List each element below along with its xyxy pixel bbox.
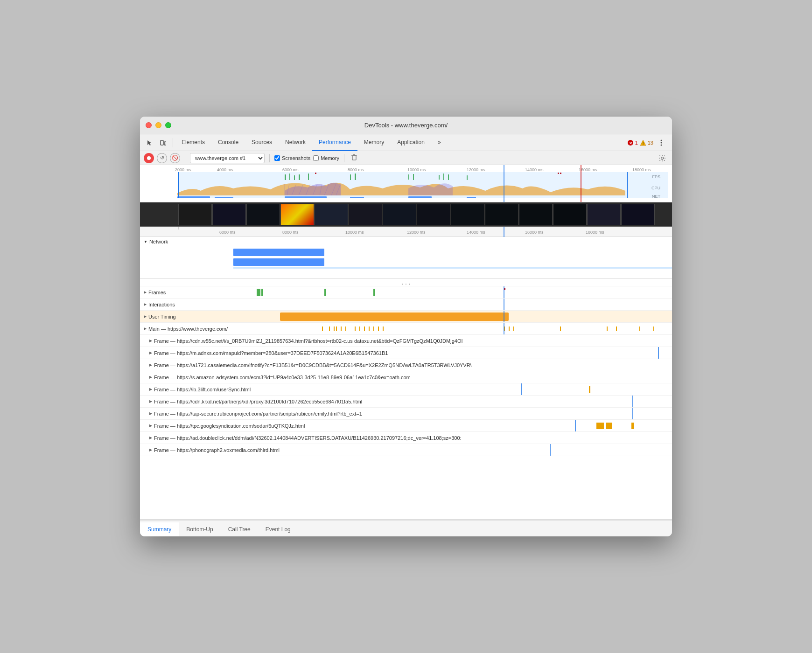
tab-more[interactable]: » [431,134,448,151]
track-row-frame2[interactable]: ▶ Frame — https://m.adnxs.com/mapuid?mem… [140,347,672,359]
svg-text:14000 ms: 14000 ms [525,167,544,172]
svg-rect-102 [596,423,604,429]
svg-rect-91 [639,326,640,331]
tab-summary[interactable]: Summary [140,522,179,536]
track-row-frame9[interactable]: ▶ Frame — https://ad.doubleclick.net/ddm… [140,432,672,444]
track-content-frame9 [462,432,672,444]
memory-checkbox-label[interactable]: Memory [313,155,339,161]
track-label-main: ▶ Main — https://www.theverge.com/ [140,326,233,332]
track-label-interactions: ▶ Interactions [140,302,233,307]
svg-text:!: ! [642,141,644,146]
triangle-icon: ▶ [149,339,152,343]
screenshot-thumb[interactable] [417,204,450,225]
svg-rect-60 [233,249,324,256]
minimize-button[interactable] [155,122,161,128]
svg-point-13 [661,157,664,159]
traffic-lights [146,122,171,128]
svg-rect-84 [383,326,384,331]
tab-memory[interactable]: Memory [357,134,391,151]
screenshot-thumb[interactable] [246,204,280,225]
tab-performance[interactable]: Performance [312,134,357,151]
svg-rect-78 [355,326,356,331]
close-button[interactable] [146,122,152,128]
screenshot-thumb[interactable] [315,204,348,225]
svg-text:6000 ms: 6000 ms [219,230,236,235]
track-row-frame3[interactable]: ▶ Frame — https://a1721.casalemedia.com/… [140,359,672,371]
svg-text:16000 ms: 16000 ms [579,167,597,172]
clear-button[interactable]: 🚫 [170,153,180,163]
screenshots-checkbox[interactable] [274,155,280,161]
devtools-menu-icon[interactable] [655,137,667,149]
screenshot-thumb[interactable] [280,204,314,225]
timeline-overview-svg: 2000 ms 4000 ms 6000 ms 8000 ms 10000 ms… [140,165,672,202]
maximize-button[interactable] [165,122,171,128]
track-content-frames [233,286,672,298]
track-label-frames: ▶ Frames [140,290,233,295]
screenshot-thumb[interactable] [212,204,246,225]
screenshots-strip [140,202,672,227]
track-row-interactions[interactable]: ▶ Interactions [140,299,672,311]
track-label-user-timing: ▶ User Timing [140,314,233,320]
track-label-frame6: ▶ Frame — https://cdn.krxd.net/partnerjs… [140,399,362,404]
triangle-icon: ▶ [144,326,147,331]
screenshots-checkbox-label[interactable]: Screenshots [274,155,310,161]
reload-record-button[interactable]: ↺ [157,153,167,163]
track-label-frame8: ▶ Frame — https://tpc.googlesyndication.… [140,423,305,429]
record-button[interactable] [144,153,154,163]
tab-network[interactable]: Network [279,134,312,151]
screenshot-thumb[interactable] [349,204,382,225]
tracks-section: ▶ Frames ▶ Interactions [140,286,672,520]
tab-console[interactable]: Console [211,134,245,151]
track-row-frame6[interactable]: ▶ Frame — https://cdn.krxd.net/partnerjs… [140,396,672,408]
track-row-frame10[interactable]: ▶ Frame — https://phonograph2.voxmedia.c… [140,444,672,456]
bottom-tabs: Summary Bottom-Up Call Tree Event Log [140,520,672,536]
timeline-overview[interactable]: 2000 ms 4000 ms 6000 ms 8000 ms 10000 ms… [140,165,672,202]
triangle-icon: ▶ [144,302,147,306]
svg-rect-72 [322,326,323,331]
screenshot-thumb[interactable] [519,204,553,225]
track-row-user-timing[interactable]: ▶ User Timing [140,311,672,323]
track-content-frame10 [280,444,672,456]
screenshot-thumb[interactable] [383,204,416,225]
track-row-frame5[interactable]: ▶ Frame — https://ib.3lift.com/userSync.… [140,383,672,396]
track-row-frame8[interactable]: ▶ Frame — https://tpc.googlesyndication.… [140,420,672,432]
track-content-frame5 [251,383,672,395]
track-row-frame7[interactable]: ▶ Frame — https://tap-secure.rubiconproj… [140,408,672,420]
track-row-frame4[interactable]: ▶ Frame — https://s.amazon-adsystem.com/… [140,371,672,383]
track-content-frame8 [305,420,672,431]
svg-rect-75 [336,326,337,331]
triangle-icon: ▶ [149,363,152,367]
screenshot-thumb[interactable] [587,204,621,225]
svg-rect-63 [257,289,260,296]
svg-text:18000 ms: 18000 ms [632,167,651,172]
devtools-window: DevTools - www.theverge.com/ Elements Co… [140,117,672,536]
track-row-main[interactable]: ▶ Main — https://www.theverge.com/ [140,323,672,335]
memory-checkbox[interactable] [313,155,319,161]
network-bars [233,246,672,274]
tab-application[interactable]: Application [391,134,431,151]
svg-rect-88 [560,326,561,331]
svg-rect-64 [261,289,263,296]
screenshot-thumb[interactable] [621,204,655,225]
svg-rect-83 [378,326,379,331]
tab-sources[interactable]: Sources [245,134,279,151]
track-label-frame1: ▶ Frame — https://cdn.w55c.net/i/s_0RB7U… [140,338,463,344]
svg-rect-10 [352,156,356,160]
settings-icon[interactable] [656,152,668,164]
screenshot-thumb[interactable] [451,204,484,225]
cursor-icon[interactable] [144,137,156,149]
screenshot-thumb[interactable] [178,204,212,225]
tab-event-log[interactable]: Event Log [258,522,298,536]
tab-elements[interactable]: Elements [175,134,211,151]
tab-call-tree[interactable]: Call Tree [221,522,258,536]
trash-button[interactable] [351,154,357,162]
network-label[interactable]: ▼ Network [140,237,672,246]
tab-bottom-up[interactable]: Bottom-Up [179,522,220,536]
screenshot-thumb[interactable] [485,204,518,225]
triangle-icon: ▶ [144,290,147,294]
url-select[interactable]: www.theverge.com #1 [190,153,265,163]
track-row-frames[interactable]: ▶ Frames [140,286,672,299]
screenshot-thumb[interactable] [553,204,587,225]
track-row-frame1[interactable]: ▶ Frame — https://cdn.w55c.net/i/s_0RB7U… [140,335,672,347]
device-toolbar-icon[interactable] [157,137,169,149]
